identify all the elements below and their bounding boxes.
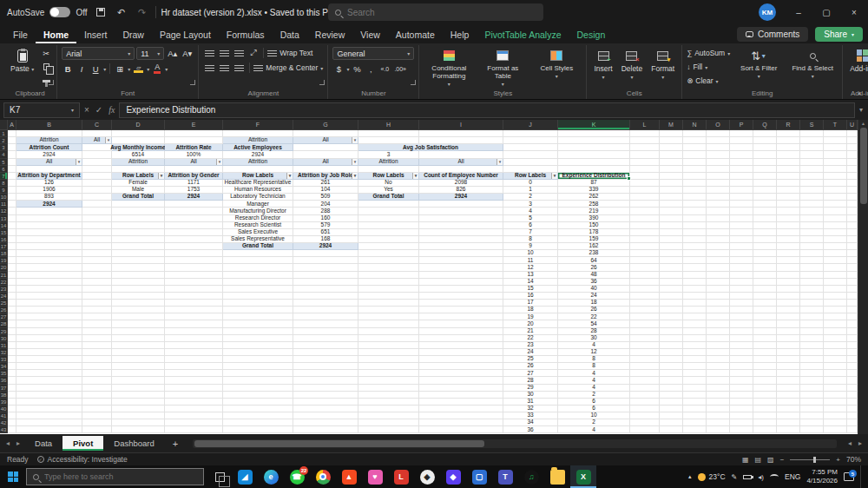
row-header-2[interactable]: 2 [0,137,8,144]
cell-K7[interactable]: Experience Distribution [558,173,630,180]
cell-S23[interactable] [800,286,824,293]
cell-E32[interactable] [165,349,223,356]
row-header-18[interactable]: 18 [0,250,8,257]
cell-K14[interactable]: 150 [558,222,630,229]
row-header-32[interactable]: 32 [0,349,8,356]
cell-A38[interactable] [8,392,16,399]
row-header-21[interactable]: 21 [0,272,8,279]
cell-J8[interactable]: 0 [503,180,558,187]
filter-dropdown-E5[interactable]: ▾ [216,159,222,165]
cell-C14[interactable] [82,222,112,229]
cell-K3[interactable] [558,144,630,151]
ribbon-tab-design[interactable]: Design [569,27,614,43]
cell-T30[interactable] [824,335,847,342]
cell-M37[interactable] [660,385,683,392]
cell-D29[interactable] [112,328,165,335]
cell-S1[interactable] [800,130,824,137]
cell-S21[interactable] [800,272,824,279]
cell-I6[interactable] [419,166,503,173]
taskbar-app-pink[interactable]: ♥ [362,465,388,488]
cell-F36[interactable] [223,377,293,384]
cell-Q9[interactable] [753,187,777,194]
merge-center-button[interactable]: Merge & Center ▾ [253,62,323,74]
cell-R14[interactable] [777,222,800,229]
cell-M14[interactable] [660,222,683,229]
cell-K1[interactable] [558,130,630,137]
cell-C3[interactable] [82,144,112,151]
accounting-format-button[interactable]: $ [332,63,345,75]
cell-U23[interactable] [847,286,858,293]
row-header-42[interactable]: 42 [0,419,8,426]
cell-C22[interactable] [82,279,112,286]
cell-H9[interactable]: Yes [358,187,419,194]
cell-R5[interactable] [777,159,800,166]
cell-H36[interactable] [358,377,419,384]
cell-O5[interactable] [707,159,730,166]
cell-D42[interactable] [112,419,165,426]
cell-J28[interactable]: 20 [503,320,558,327]
cell-J3[interactable] [503,144,558,151]
cell-H32[interactable] [358,349,419,356]
cell-P10[interactable] [730,194,753,201]
cell-G21[interactable] [293,272,358,279]
cell-S40[interactable] [800,406,824,412]
cell-S41[interactable] [800,412,824,419]
cell-D6[interactable] [112,166,165,173]
cell-M23[interactable] [660,286,683,293]
cell-D15[interactable] [112,229,165,236]
cell-A9[interactable] [8,187,16,194]
row-header-23[interactable]: 23 [0,286,8,293]
cell-T31[interactable] [824,342,847,349]
cell-H14[interactable] [358,222,419,229]
cell-R39[interactable] [777,399,800,406]
cell-C29[interactable] [82,328,112,335]
row-header-36[interactable]: 36 [0,377,8,384]
cell-T27[interactable] [824,313,847,320]
row-header-13[interactable]: 13 [0,215,8,222]
cell-I33[interactable] [419,356,503,363]
weather-widget[interactable]: 23°C [698,472,726,481]
cell-D11[interactable] [112,201,165,208]
start-button[interactable] [0,465,26,488]
cell-G19[interactable] [293,257,358,264]
cell-G24[interactable] [293,293,358,300]
insert-function-icon[interactable]: fx [108,105,115,115]
cell-R2[interactable] [777,137,800,144]
cell-J36[interactable]: 28 [503,377,558,384]
filter-dropdown-G7[interactable]: ▾ [352,173,358,179]
cell-H30[interactable] [358,335,419,342]
increase-decimal-button[interactable]: «.0 [378,63,391,75]
cell-E2[interactable] [165,137,223,144]
cell-U18[interactable] [847,250,858,257]
cell-F20[interactable] [223,264,293,271]
cell-R6[interactable] [777,166,800,173]
copy-button[interactable] [40,61,52,73]
cell-K9[interactable]: 339 [558,187,630,194]
cell-H28[interactable] [358,320,419,327]
cell-O21[interactable] [707,272,730,279]
cell-R36[interactable] [777,377,800,384]
cell-T43[interactable] [824,426,847,433]
cell-T24[interactable] [824,293,847,300]
cell-R38[interactable] [777,392,800,399]
cell-G27[interactable] [293,313,358,320]
cell-L21[interactable] [630,272,660,279]
cell-P33[interactable] [730,356,753,363]
cell-T42[interactable] [824,419,847,426]
cell-N24[interactable] [683,293,707,300]
cell-Q6[interactable] [753,166,777,173]
cell-G8[interactable]: 261 [293,180,358,187]
cell-E1[interactable] [165,130,223,137]
cell-J25[interactable]: 17 [503,300,558,307]
cell-G10[interactable]: 509 [293,194,358,201]
cell-O9[interactable] [707,187,730,194]
cell-H10[interactable]: Grand Total [358,194,419,201]
row-header-31[interactable]: 31 [0,342,8,349]
cell-L20[interactable] [630,264,660,271]
cell-P25[interactable] [730,300,753,307]
cell-J20[interactable]: 12 [503,264,558,271]
cell-U5[interactable] [847,159,858,166]
cell-U11[interactable] [847,201,858,208]
maximize-button[interactable]: ▢ [812,0,840,24]
cell-M18[interactable] [660,250,683,257]
